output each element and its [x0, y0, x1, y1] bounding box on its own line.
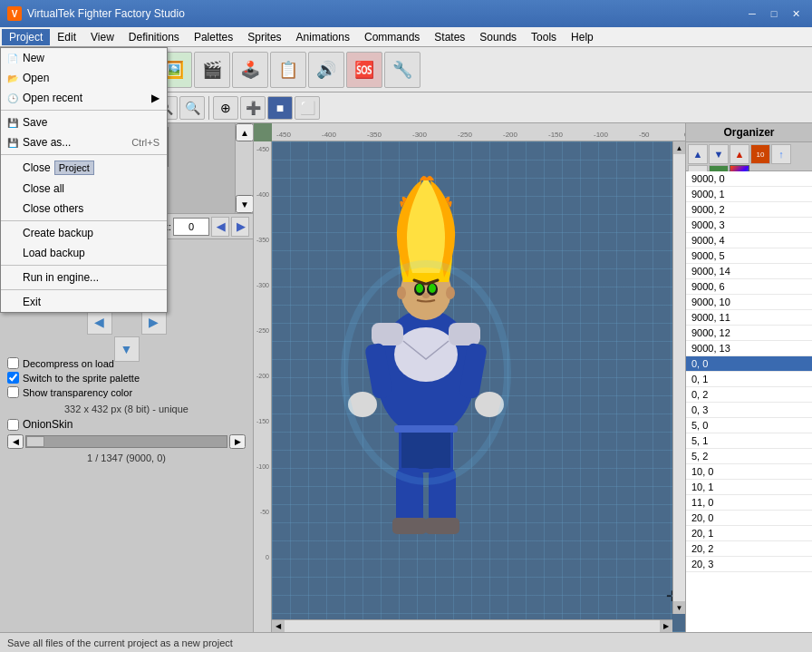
right-panel: Organizer ▲ ▼ ▲ 10 ↑ ↓ AUTO 9000, 0 9000…	[685, 123, 812, 632]
menu-close-all[interactable]: Close all	[1, 179, 167, 199]
tb2-fill-button[interactable]: ■	[267, 96, 293, 120]
menu-close-others[interactable]: Close others	[1, 199, 167, 219]
canvas-hscroll-track[interactable]	[285, 620, 660, 632]
tb-help-button[interactable]: 🆘	[346, 52, 382, 88]
menu-item-project[interactable]: Project	[2, 29, 50, 45]
close-button[interactable]: ✕	[787, 5, 805, 22]
menu-exit[interactable]: Exit	[1, 292, 167, 312]
canvas-hscroll[interactable]: ◀ ▶	[272, 619, 672, 632]
sprite-scroll-down[interactable]: ▼	[236, 195, 253, 213]
tb-document-button[interactable]: 📋	[270, 52, 306, 88]
org-item-9000-6[interactable]: 9000, 6	[686, 279, 812, 295]
menu-open-recent[interactable]: 🕒 Open recent ▶	[1, 88, 167, 108]
org-up-arrow[interactable]: ▲	[688, 144, 708, 164]
org-item-11-0[interactable]: 11, 0	[686, 495, 812, 511]
org-btn-badge[interactable]: 10	[750, 144, 770, 164]
menu-item-help[interactable]: Help	[564, 29, 601, 45]
org-item-10-0[interactable]: 10, 0	[686, 464, 812, 480]
org-item-20-0[interactable]: 20, 0	[686, 511, 812, 526]
org-down-arrow[interactable]: ▼	[709, 144, 729, 164]
org-item-9000-10[interactable]: 9000, 10	[686, 295, 812, 310]
tb-sound-button[interactable]: 🔊	[308, 52, 344, 88]
org-item-0-3[interactable]: 0, 3	[686, 403, 812, 418]
menu-item-sprites[interactable]: Sprites	[240, 29, 288, 45]
org-item-9000-0[interactable]: 9000, 0	[686, 171, 812, 187]
ruler-vmark-4: -300	[256, 282, 269, 288]
onion-scroll-right[interactable]: ▶	[229, 434, 246, 449]
org-item-0-2[interactable]: 0, 2	[686, 387, 812, 403]
org-item-9000-5[interactable]: 9000, 5	[686, 248, 812, 264]
move-right[interactable]: ▶	[141, 309, 167, 335]
org-item-9000-1[interactable]: 9000, 1	[686, 187, 812, 202]
org-item-9000-4[interactable]: 9000, 4	[686, 233, 812, 248]
org-item-9000-12[interactable]: 9000, 12	[686, 326, 812, 341]
nav-go2[interactable]: ▶	[231, 217, 249, 237]
canvas-scroll-up[interactable]: ▲	[673, 141, 685, 154]
canvas-vscroll[interactable]: ▲ ▼	[672, 141, 685, 614]
canvas-area[interactable]: -450 -400 -350 -300 -250 -200 -150 -100 …	[254, 123, 685, 632]
org-btn-red-up[interactable]: ▲	[730, 144, 749, 164]
org-item-9000-11[interactable]: 9000, 11	[686, 310, 812, 326]
index-input[interactable]	[173, 218, 209, 236]
menu-item-sounds[interactable]: Sounds	[472, 29, 524, 45]
org-item-10-1[interactable]: 10, 1	[686, 480, 812, 495]
app-icon: V	[7, 6, 22, 21]
ruler-vmark-5: -250	[256, 327, 269, 334]
org-item-9000-14[interactable]: 9000, 14	[686, 264, 812, 279]
menu-item-definitions[interactable]: Definitions	[121, 29, 187, 45]
tb2-add-button[interactable]: ➕	[240, 96, 266, 120]
menu-run-engine[interactable]: Run in engine...	[1, 268, 167, 287]
menu-item-tools[interactable]: Tools	[524, 29, 564, 45]
menu-save[interactable]: 💾 Save	[1, 112, 167, 132]
org-item-0-0[interactable]: 0, 0	[686, 356, 812, 372]
tb-animation-button[interactable]: 🎬	[194, 52, 230, 88]
save-as-icon: 💾	[6, 136, 19, 149]
show-transparency-checkbox[interactable]	[7, 386, 19, 398]
org-item-9000-13[interactable]: 9000, 13	[686, 341, 812, 356]
switch-palette-checkbox[interactable]	[7, 372, 19, 384]
arrow-icon: ▶	[151, 92, 160, 104]
org-item-0-1[interactable]: 0, 1	[686, 372, 812, 387]
menu-create-backup[interactable]: Create backup	[1, 223, 167, 243]
menu-item-edit[interactable]: Edit	[50, 29, 83, 45]
sprite-scroll-up[interactable]: ▲	[236, 123, 253, 141]
org-item-9000-3[interactable]: 9000, 3	[686, 218, 812, 233]
minimize-button[interactable]: ─	[743, 5, 761, 22]
onion-skin-checkbox[interactable]	[7, 419, 19, 431]
canvas-scroll-left[interactable]: ◀	[272, 620, 285, 632]
tb2-anchor-button[interactable]: ⊕	[213, 96, 238, 120]
nav-go[interactable]: ◀	[211, 217, 229, 237]
tb2-zoom3-button[interactable]: 🔍	[179, 96, 205, 120]
org-item-20-2[interactable]: 20, 2	[686, 541, 812, 557]
menu-item-animations[interactable]: Animations	[289, 29, 357, 45]
organizer-list[interactable]: 9000, 0 9000, 1 9000, 2 9000, 3 9000, 4 …	[686, 171, 812, 632]
move-down[interactable]: ▼	[114, 336, 140, 362]
canvas-scroll-down[interactable]: ▼	[673, 601, 685, 614]
tb-gamepad-button[interactable]: 🕹️	[232, 52, 268, 88]
org-item-9000-2[interactable]: 9000, 2	[686, 202, 812, 218]
onion-scrollbar[interactable]	[25, 435, 227, 448]
onion-scroll-left[interactable]: ◀	[7, 434, 24, 449]
maximize-button[interactable]: □	[765, 5, 783, 22]
menu-item-commands[interactable]: Commands	[357, 29, 427, 45]
org-item-5-2[interactable]: 5, 2	[686, 449, 812, 464]
org-item-5-1[interactable]: 5, 1	[686, 433, 812, 449]
menu-item-view[interactable]: View	[83, 29, 121, 45]
move-left[interactable]: ◀	[87, 309, 112, 335]
tb2-border-button[interactable]: ⬜	[295, 96, 320, 120]
menu-load-backup[interactable]: Load backup	[1, 243, 167, 263]
menu-new[interactable]: 📄 New	[1, 48, 167, 68]
decompress-checkbox[interactable]	[7, 357, 19, 369]
org-item-5-0[interactable]: 5, 0	[686, 418, 812, 433]
canvas-vscroll-track[interactable]	[673, 154, 685, 601]
menu-save-as[interactable]: 💾 Save as... Ctrl+S	[1, 132, 167, 152]
menu-item-palettes[interactable]: Palettes	[187, 29, 240, 45]
menu-item-states[interactable]: States	[427, 29, 472, 45]
org-up2[interactable]: ↑	[771, 144, 791, 164]
menu-open[interactable]: 📂 Open	[1, 68, 167, 88]
org-item-20-3[interactable]: 20, 3	[686, 557, 812, 572]
menu-close[interactable]: Close Project	[1, 157, 167, 179]
tb-wrench-button[interactable]: 🔧	[384, 52, 420, 88]
canvas-scroll-right[interactable]: ▶	[660, 620, 672, 632]
org-item-20-1[interactable]: 20, 1	[686, 526, 812, 541]
